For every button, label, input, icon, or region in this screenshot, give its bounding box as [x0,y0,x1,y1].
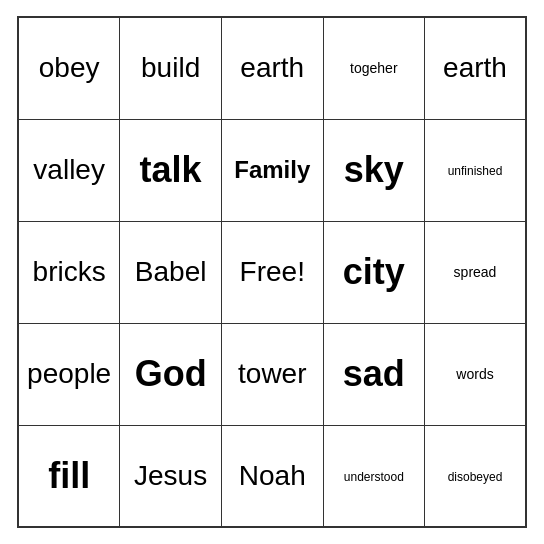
cell-text-2-1: Babel [135,256,207,287]
cell-4-4: disobeyed [425,425,526,527]
cell-4-2: Noah [221,425,323,527]
cell-4-0: fill [18,425,120,527]
cell-4-1: Jesus [120,425,222,527]
cell-text-0-4: earth [443,52,507,83]
cell-text-1-1: talk [140,149,202,190]
cell-3-4: words [425,323,526,425]
cell-text-0-1: build [141,52,200,83]
cell-text-1-0: valley [33,154,105,185]
cell-text-1-2: Family [234,156,310,183]
cell-text-4-2: Noah [239,460,306,491]
cell-0-4: earth [425,17,526,119]
cell-2-4: spread [425,221,526,323]
cell-0-2: earth [221,17,323,119]
cell-0-1: build [120,17,222,119]
cell-text-4-4: disobeyed [448,470,503,484]
cell-3-1: God [120,323,222,425]
cell-0-3: togeher [323,17,424,119]
cell-0-0: obey [18,17,120,119]
cell-1-3: sky [323,119,424,221]
cell-text-1-4: unfinished [448,164,503,178]
cell-3-0: people [18,323,120,425]
bingo-grid: obeybuildearthtogeherearthvalleytalkFami… [17,16,527,528]
cell-text-2-2: Free! [240,256,305,287]
cell-text-4-1: Jesus [134,460,207,491]
cell-text-1-3: sky [344,149,404,190]
cell-3-3: sad [323,323,424,425]
cell-1-1: talk [120,119,222,221]
cell-text-0-0: obey [39,52,100,83]
cell-text-3-3: sad [343,353,405,394]
cell-text-3-0: people [27,358,111,389]
cell-text-2-0: bricks [33,256,106,287]
cell-2-2: Free! [221,221,323,323]
cell-4-3: understood [323,425,424,527]
cell-1-4: unfinished [425,119,526,221]
cell-text-0-2: earth [240,52,304,83]
cell-text-4-0: fill [48,455,90,496]
cell-text-3-4: words [456,366,493,382]
cell-1-0: valley [18,119,120,221]
cell-2-0: bricks [18,221,120,323]
cell-2-1: Babel [120,221,222,323]
cell-text-4-3: understood [344,470,404,484]
cell-3-2: tower [221,323,323,425]
cell-text-3-1: God [135,353,207,394]
cell-2-3: city [323,221,424,323]
cell-text-3-2: tower [238,358,306,389]
cell-text-2-3: city [343,251,405,292]
cell-text-0-3: togeher [350,60,397,76]
cell-1-2: Family [221,119,323,221]
cell-text-2-4: spread [454,264,497,280]
